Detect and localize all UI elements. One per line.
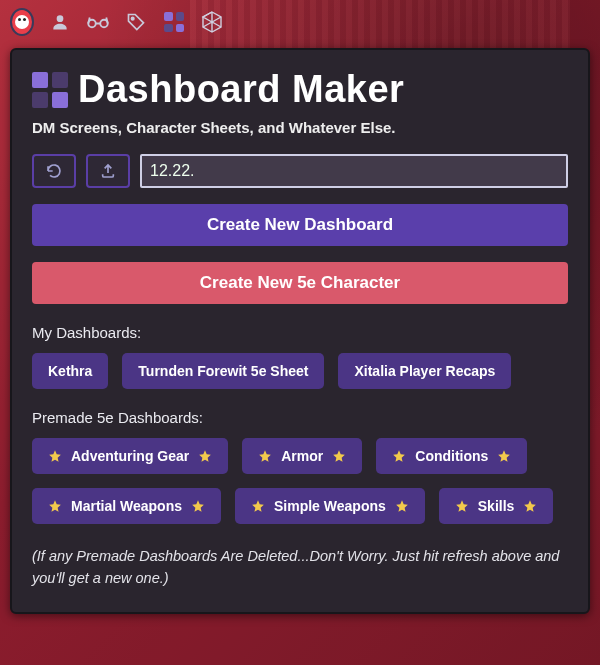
my-dashboard-pill[interactable]: Turnden Forewit 5e Sheet (122, 353, 324, 389)
d20-icon[interactable] (200, 10, 224, 34)
pill-label: Skills (478, 498, 515, 514)
star-icon (332, 449, 346, 463)
premade-dashboards-label: Premade 5e Dashboards: (32, 409, 568, 426)
star-icon (198, 449, 212, 463)
star-icon (395, 499, 409, 513)
star-icon (497, 449, 511, 463)
svg-point-3 (131, 17, 134, 20)
page-subtitle: DM Screens, Character Sheets, and Whatev… (32, 119, 568, 136)
grid-icon[interactable] (162, 10, 186, 34)
glasses-icon[interactable] (86, 10, 110, 34)
my-dashboard-pill[interactable]: Xitalia Player Recaps (338, 353, 511, 389)
premade-dashboard-pill[interactable]: Martial Weapons (32, 488, 221, 524)
pill-label: Adventuring Gear (71, 448, 189, 464)
top-nav (0, 0, 600, 40)
footnote-text: (If any Premade Dashboards Are Deleted..… (32, 546, 568, 590)
svg-point-0 (57, 15, 64, 22)
pill-label: Xitalia Player Recaps (354, 363, 495, 379)
star-icon (191, 499, 205, 513)
my-dashboards-label: My Dashboards: (32, 324, 568, 341)
premade-dashboards-list: Adventuring GearArmorConditionsMartial W… (32, 438, 568, 524)
star-icon (48, 499, 62, 513)
avatar-icon[interactable] (10, 10, 34, 34)
star-icon (392, 449, 406, 463)
create-dashboard-button[interactable]: Create New Dashboard (32, 204, 568, 246)
dashboard-name-input[interactable] (140, 154, 568, 188)
star-icon (455, 499, 469, 513)
pill-label: Turnden Forewit 5e Sheet (138, 363, 308, 379)
person-icon[interactable] (48, 10, 72, 34)
premade-dashboard-pill[interactable]: Adventuring Gear (32, 438, 228, 474)
premade-dashboard-pill[interactable]: Simple Weapons (235, 488, 425, 524)
my-dashboards-list: KethraTurnden Forewit 5e SheetXitalia Pl… (32, 353, 568, 389)
pill-label: Armor (281, 448, 323, 464)
premade-dashboard-pill[interactable]: Conditions (376, 438, 527, 474)
pill-label: Conditions (415, 448, 488, 464)
star-icon (258, 449, 272, 463)
refresh-button[interactable] (32, 154, 76, 188)
star-icon (523, 499, 537, 513)
star-icon (251, 499, 265, 513)
pill-label: Simple Weapons (274, 498, 386, 514)
page-title: Dashboard Maker (78, 68, 404, 111)
premade-dashboard-pill[interactable]: Skills (439, 488, 554, 524)
premade-dashboard-pill[interactable]: Armor (242, 438, 362, 474)
upload-button[interactable] (86, 154, 130, 188)
app-logo-icon (32, 72, 68, 108)
my-dashboard-pill[interactable]: Kethra (32, 353, 108, 389)
tag-icon[interactable] (124, 10, 148, 34)
pill-label: Kethra (48, 363, 92, 379)
create-5e-character-button[interactable]: Create New 5e Character (32, 262, 568, 304)
star-icon (48, 449, 62, 463)
pill-label: Martial Weapons (71, 498, 182, 514)
dashboard-maker-panel: Dashboard Maker DM Screens, Character Sh… (10, 48, 590, 614)
